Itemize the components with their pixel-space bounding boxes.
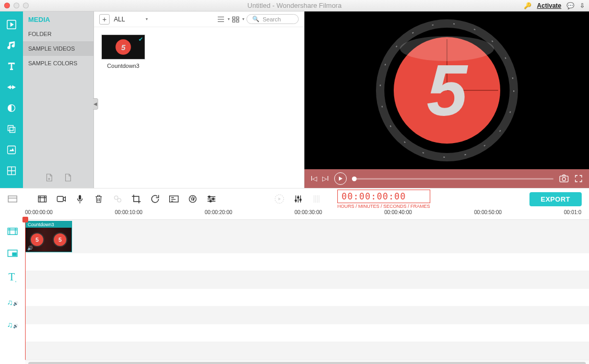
caret-down-icon: ▾	[228, 17, 230, 21]
timeline-panel: 00:00:00:00 HOURS / MINUTES / SECONDS / …	[0, 188, 589, 364]
snapshot-icon[interactable]	[559, 174, 569, 183]
timeline-clip[interactable]: Countdown3 55 🔊	[25, 221, 72, 252]
timeline-switch-icon[interactable]	[7, 194, 18, 204]
record-icon[interactable]	[55, 193, 67, 205]
timeline-ruler[interactable]: 00:00:00:0000:00:10:0000:00:20:0000:00:3…	[25, 209, 589, 220]
svg-point-28	[208, 196, 210, 197]
sidebar-collapse-handle[interactable]: ◀	[93, 98, 98, 110]
mixer-icon[interactable]	[292, 193, 304, 205]
preview-pane: 5 I◁ ▷I	[304, 11, 589, 188]
search-input[interactable]: 🔍Search	[246, 14, 299, 24]
filter-dropdown[interactable]: ALL▾	[114, 16, 148, 23]
media-item-sample-colors[interactable]: SAMPLE COLORS	[23, 56, 93, 71]
media-browser: + ALL▾ ▾ ▾ 🔍Search 5 ✔ Countdown3	[94, 11, 304, 188]
thumbnail-label: Countdown3	[101, 63, 145, 69]
media-thumbnail[interactable]: 5 ✔ Countdown3	[101, 34, 145, 69]
svg-point-32	[295, 200, 297, 202]
overlays-tab-icon[interactable]	[3, 120, 20, 138]
playhead[interactable]	[25, 220, 26, 360]
track-row[interactable]	[25, 324, 589, 342]
svg-point-29	[213, 198, 214, 199]
speed-icon[interactable]	[168, 193, 180, 205]
voiceover-icon[interactable]	[74, 193, 86, 205]
search-icon: 🔍	[252, 16, 260, 22]
music-tab-icon[interactable]	[3, 37, 20, 54]
svg-point-34	[300, 199, 301, 201]
svg-rect-22	[39, 196, 46, 202]
text-tab-icon[interactable]	[3, 57, 20, 75]
grid-view-icon[interactable]	[232, 16, 240, 23]
track-row[interactable]	[25, 289, 589, 307]
media-item-sample-videos[interactable]: SAMPLE VIDEOS	[23, 41, 93, 56]
file-icon[interactable]	[63, 172, 73, 183]
svg-point-18	[400, 36, 494, 61]
media-header: MEDIA	[23, 11, 93, 27]
timecode-caption: HOURS / MINUTES / SECONDS / FRAMES	[337, 204, 430, 209]
audio-icon: 🔊	[27, 245, 33, 251]
track-type-column: T◦ ♫🔊 ♫🔊	[0, 220, 25, 360]
elements-tab-icon[interactable]	[3, 141, 20, 159]
media-sidebar: MEDIA FOLDER SAMPLE VIDEOS SAMPLE COLORS	[23, 11, 94, 188]
svg-point-25	[117, 198, 121, 202]
export-button[interactable]: EXPORT	[529, 192, 582, 206]
pip-track-icon[interactable]	[7, 249, 18, 257]
checkmark-icon: ✔	[138, 36, 143, 43]
play-button[interactable]	[334, 172, 347, 185]
progress-knob[interactable]	[352, 177, 357, 181]
left-toolbar	[0, 11, 23, 188]
marker-icon[interactable]	[274, 193, 285, 205]
caret-down-icon: ▾	[146, 17, 148, 21]
svg-point-24	[114, 196, 118, 199]
svg-rect-2	[8, 125, 13, 131]
track-row[interactable]	[25, 342, 589, 360]
audio2-track-icon[interactable]: ♫🔊	[7, 320, 18, 329]
splitscreen-tab-icon[interactable]	[3, 162, 20, 180]
fullscreen-icon[interactable]	[574, 174, 583, 183]
track-row[interactable]	[25, 307, 589, 324]
svg-text:5: 5	[427, 49, 468, 131]
svg-rect-23	[57, 196, 64, 202]
prev-frame-icon[interactable]: I◁	[311, 175, 317, 182]
svg-rect-19	[560, 176, 568, 182]
timecode-display: 00:00:00:00	[337, 190, 430, 203]
svg-rect-9	[237, 20, 239, 22]
svg-point-30	[210, 201, 211, 202]
svg-rect-26	[170, 196, 179, 202]
svg-rect-8	[232, 20, 235, 22]
video-track[interactable]: Countdown3 55 🔊	[25, 220, 589, 253]
rotate-icon[interactable]	[149, 193, 161, 205]
crop-icon[interactable]	[131, 193, 142, 205]
svg-point-33	[298, 197, 299, 198]
media-tab-icon[interactable]	[3, 16, 20, 33]
delete-icon[interactable]	[93, 193, 104, 205]
track-row[interactable]	[25, 253, 589, 271]
filters-tab-icon[interactable]	[3, 99, 20, 117]
svg-rect-37	[13, 253, 16, 255]
svg-rect-6	[232, 17, 235, 19]
edit-icon	[112, 193, 123, 205]
title-bar: Untitled - Wondershare Filmora 🔑 Activat…	[0, 0, 589, 11]
svg-text:5: 5	[121, 43, 126, 52]
audio-track-icon[interactable]: ♫🔊	[7, 298, 18, 307]
horizontal-scrollbar[interactable]	[25, 360, 589, 364]
preview-progress[interactable]	[352, 178, 553, 180]
next-frame-icon[interactable]: ▷I	[322, 175, 328, 182]
add-media-button[interactable]: +	[99, 14, 110, 25]
svg-rect-3	[10, 127, 15, 133]
caret-down-icon: ▾	[242, 17, 244, 21]
svg-rect-7	[237, 17, 239, 19]
svg-rect-21	[8, 196, 17, 202]
media-item-folder[interactable]: FOLDER	[23, 27, 93, 41]
search-placeholder: Search	[263, 16, 281, 22]
transitions-tab-icon[interactable]	[3, 78, 20, 96]
settings-icon[interactable]	[206, 193, 217, 205]
svg-rect-4	[8, 146, 16, 154]
cut-icon[interactable]	[37, 193, 48, 205]
new-file-icon[interactable]	[44, 172, 54, 183]
list-view-icon[interactable]	[216, 16, 226, 23]
color-icon[interactable]	[187, 193, 198, 205]
text-track-icon[interactable]: T◦	[8, 271, 16, 284]
track-row[interactable]	[25, 271, 589, 289]
preview-controls: I◁ ▷I	[304, 169, 589, 188]
video-track-icon[interactable]	[7, 227, 18, 236]
